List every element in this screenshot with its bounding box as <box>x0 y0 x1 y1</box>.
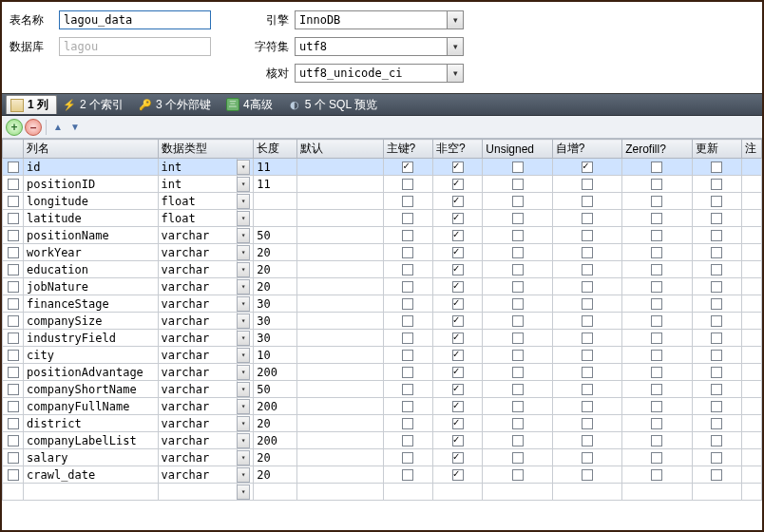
cell-length[interactable]: 30 <box>254 295 297 313</box>
cell-name[interactable]: jobNature <box>24 278 159 295</box>
cell-type[interactable]: varchar <box>158 466 238 484</box>
checkbox[interactable] <box>582 332 593 344</box>
checkbox[interactable] <box>582 350 593 361</box>
cell-name[interactable]: companyFullName <box>24 398 159 415</box>
checkbox[interactable] <box>651 213 662 224</box>
cell-type[interactable]: varchar <box>158 449 238 466</box>
type-dropdown-button[interactable]: ▾ <box>237 331 250 346</box>
checkbox[interactable] <box>512 213 524 224</box>
cell-name[interactable]: latitude <box>24 210 159 227</box>
type-dropdown-button[interactable]: ▾ <box>237 467 250 483</box>
header-zerofill[interactable]: Zerofill? <box>622 140 692 159</box>
checkbox[interactable] <box>8 469 19 481</box>
checkbox[interactable] <box>452 213 464 224</box>
checkbox[interactable] <box>582 401 593 412</box>
cell-length[interactable]: 20 <box>254 415 297 432</box>
type-dropdown-button[interactable]: ▾ <box>237 365 250 380</box>
cell-name[interactable]: industryField <box>24 330 159 347</box>
cell-comment[interactable] <box>741 295 761 313</box>
checkbox[interactable] <box>402 315 413 327</box>
checkbox[interactable] <box>711 162 722 173</box>
checkbox[interactable] <box>651 418 662 429</box>
cell-name[interactable]: workYear <box>24 244 159 261</box>
cell-default[interactable] <box>297 278 383 295</box>
checkbox[interactable] <box>711 452 722 464</box>
checkbox[interactable] <box>8 315 19 327</box>
cell-comment[interactable] <box>741 381 761 398</box>
header-pk[interactable]: 主键? <box>383 140 432 159</box>
cell-name[interactable]: crawl_date <box>24 466 159 484</box>
cell-name[interactable]: positionAdvantage <box>24 364 159 381</box>
tab-foreign-keys[interactable]: 🔑 3 个外部键 <box>135 95 220 114</box>
checkbox[interactable] <box>711 230 722 241</box>
combo-collation[interactable]: ▾ <box>295 64 464 83</box>
checkbox[interactable] <box>582 281 593 293</box>
header-comment[interactable]: 注 <box>741 140 761 159</box>
checkbox[interactable] <box>651 196 662 207</box>
checkbox[interactable] <box>8 298 19 310</box>
checkbox[interactable] <box>711 418 722 429</box>
checkbox[interactable] <box>452 179 464 190</box>
checkbox[interactable] <box>8 264 19 276</box>
type-dropdown-button[interactable]: ▾ <box>237 296 250 312</box>
cell-type[interactable]: int <box>158 176 238 193</box>
header-default[interactable]: 默认 <box>297 140 383 159</box>
type-dropdown-button[interactable]: ▾ <box>237 399 250 414</box>
cell-comment[interactable] <box>741 398 761 415</box>
cell-name[interactable]: city <box>24 347 159 364</box>
checkbox[interactable] <box>582 162 593 173</box>
checkbox[interactable] <box>711 179 722 190</box>
type-dropdown-button[interactable]: ▾ <box>237 433 250 448</box>
cell-comment[interactable] <box>741 415 761 432</box>
checkbox[interactable] <box>711 332 722 344</box>
cell-type[interactable]: varchar <box>158 347 238 364</box>
cell-default[interactable] <box>297 398 383 415</box>
checkbox[interactable] <box>512 350 524 361</box>
checkbox[interactable] <box>711 196 722 207</box>
cell-default[interactable] <box>297 261 383 278</box>
cell-comment[interactable] <box>741 244 761 261</box>
table-row[interactable]: industryFieldvarchar▾30 <box>3 330 762 347</box>
cell-comment[interactable] <box>741 176 761 193</box>
cell-comment[interactable] <box>741 210 761 227</box>
header-notnull[interactable]: 非空? <box>432 140 482 159</box>
checkbox[interactable] <box>512 264 524 276</box>
checkbox[interactable] <box>582 452 593 464</box>
type-dropdown-button[interactable]: ▾ <box>237 484 250 500</box>
checkbox[interactable] <box>651 264 662 276</box>
checkbox[interactable] <box>402 196 413 207</box>
checkbox[interactable] <box>651 384 662 395</box>
cell-length[interactable]: 30 <box>254 313 297 330</box>
checkbox[interactable] <box>512 367 524 378</box>
columns-grid[interactable]: 列名 数据类型 长度 默认 主键? 非空? Unsigned 自增? Zerof… <box>2 139 762 532</box>
cell-length[interactable]: 20 <box>254 244 297 261</box>
checkbox[interactable] <box>651 469 662 481</box>
cell-default[interactable] <box>297 484 383 501</box>
cell-length[interactable] <box>254 193 297 210</box>
cell-name[interactable]: positionName <box>24 227 159 244</box>
checkbox[interactable] <box>512 298 524 310</box>
type-dropdown-button[interactable]: ▾ <box>237 314 250 329</box>
delete-column-button[interactable]: – <box>25 119 42 136</box>
cell-default[interactable] <box>297 449 383 466</box>
table-row[interactable]: positionAdvantagevarchar▾200 <box>3 364 762 381</box>
checkbox[interactable] <box>452 401 464 412</box>
table-row[interactable]: positionNamevarchar▾50 <box>3 227 762 244</box>
table-row[interactable]: salaryvarchar▾20 <box>3 449 762 466</box>
tab-columns[interactable]: 1 列 <box>6 95 57 114</box>
header-length[interactable]: 长度 <box>254 140 297 159</box>
header-name[interactable]: 列名 <box>24 140 159 159</box>
cell-comment[interactable] <box>741 159 761 176</box>
checkbox[interactable] <box>582 213 593 224</box>
checkbox[interactable] <box>402 384 413 395</box>
checkbox[interactable] <box>711 350 722 361</box>
checkbox[interactable] <box>711 298 722 310</box>
checkbox[interactable] <box>711 213 722 224</box>
checkbox[interactable] <box>452 162 464 173</box>
cell-length[interactable]: 11 <box>254 176 297 193</box>
checkbox[interactable] <box>402 298 413 310</box>
cell-type[interactable]: varchar <box>158 278 238 295</box>
checkbox[interactable] <box>452 196 464 207</box>
type-dropdown-button[interactable]: ▾ <box>237 416 250 431</box>
checkbox[interactable] <box>452 281 464 293</box>
